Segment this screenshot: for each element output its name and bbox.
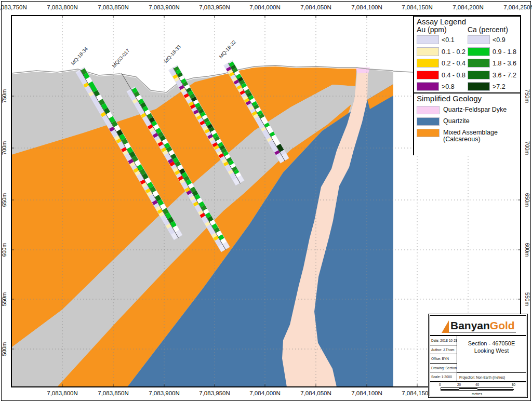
axis-label: 7,084,100N [351, 4, 382, 10]
geology-unit-name: Quartz-Feldspar Dyke [443, 106, 507, 113]
info-row: Date: 2018-10-28 [430, 336, 457, 345]
scale-bar-unit: metres [430, 392, 524, 396]
axis-label: 7,083,950N [199, 4, 230, 10]
info-row: Office: BYN [430, 354, 457, 364]
geology-legend-item: Quartz-Feldspar Dyke [417, 106, 518, 116]
axis-label: 650m [1, 193, 7, 207]
axis-label: 7,083,900N [149, 390, 179, 396]
geology-unit-label: Quartzite [443, 118, 470, 125]
section-title-line1: Section - 467050E [457, 340, 526, 347]
assay-row-au: <0.1 [417, 35, 466, 45]
assay-row-ca: >7.2 [468, 82, 520, 91]
geology-legend-item: Mixed Assemblage(Calcareous) [417, 129, 518, 139]
axis-label: 7,083,900N [149, 4, 179, 10]
assay-range-label: 0.4 - 0.8 [442, 72, 466, 79]
drill-hole-label: MQ03-017 [111, 48, 130, 69]
assay-row-ca: 0.9 - 1.8 [468, 47, 520, 57]
axis-label: 7,083,850N [98, 390, 128, 396]
assay-range-label: 1.8 - 3.6 [493, 60, 516, 67]
axis-label: 550m [524, 292, 530, 306]
scale-bar-number: 80 [512, 383, 515, 386]
axis-label: 750m [524, 89, 530, 103]
axis-label: 7,084,250N [503, 4, 532, 10]
assay-range-label: <0.9 [493, 36, 506, 44]
axis-label: 600m [1, 243, 7, 257]
info-row: Author: J.Thom [430, 345, 457, 355]
info-row: Scale: 1:2000 [430, 372, 457, 382]
assay-range-label: 0.2 - 0.4 [442, 60, 466, 67]
assay-swatch [417, 82, 439, 91]
title-block: BanyanGold Date: 2018-10-28Author: J.Tho… [428, 314, 528, 398]
assay-swatch [417, 47, 439, 56]
geology-unit-label: Mixed Assemblage(Calcareous) [443, 129, 498, 143]
assay-range-label: 0.1 - 0.2 [442, 48, 466, 56]
scale-bar-segment [477, 389, 514, 390]
axis-label: 7,083,800N [47, 390, 77, 396]
assay-range-label: >7.2 [493, 83, 506, 90]
scale-bar-track [441, 387, 513, 391]
assay-row-au: >0.8 [417, 82, 466, 91]
section-title: Section - 467050E Looking West [457, 340, 526, 354]
info-row: Drawing: Section [430, 364, 457, 373]
axis-label: 700m [1, 141, 7, 155]
assay-row-ca: 3.6 - 7.2 [468, 71, 520, 80]
geology-unit-name: Quartzite [443, 118, 470, 125]
banyan-gold-logo-icon [442, 320, 449, 333]
scale-bar-number: 0 [439, 383, 441, 386]
axis-label: 7,083,800N [47, 4, 77, 10]
axis-label: 7,084,050N [300, 390, 331, 396]
au-column-header: Au (ppm) [417, 25, 447, 34]
axis-label: 600m [524, 243, 530, 257]
geology-legend-title: Simplified Geology [417, 94, 482, 103]
title-block-inner-border: BanyanGold Date: 2018-10-28Author: J.Tho… [430, 315, 526, 396]
legend-box: Assay Legend Au (ppm) Ca (percent) <0.10… [413, 16, 521, 154]
drill-hole-label: MQ-18-33 [163, 44, 182, 64]
assay-swatch [417, 35, 439, 44]
axis-label: 7,084,200N [453, 4, 483, 10]
assay-row-au: 0.1 - 0.2 [417, 47, 466, 57]
assay-range-label: 0.9 - 1.8 [493, 48, 516, 56]
geology-swatch [417, 106, 440, 114]
assay-legend-title: Assay Legend [417, 17, 466, 26]
scale-bar-segment [441, 389, 459, 390]
axis-label: 550m [1, 292, 7, 306]
assay-swatch [468, 59, 490, 68]
axis-label: 7,083,850N [98, 4, 128, 10]
assay-range-label: 3.6 - 7.2 [493, 72, 516, 79]
assay-swatch [417, 71, 439, 79]
assay-swatch [468, 71, 490, 79]
assay-range-label: >0.8 [442, 83, 455, 90]
assay-row-au: 0.4 - 0.8 [417, 71, 466, 80]
axis-label: 7,084,000N [249, 4, 280, 10]
axis-label: 7,084,150N [402, 4, 432, 10]
axis-label: 650m [524, 193, 530, 207]
axis-label: 700m [524, 141, 530, 155]
assay-row-au: 0.2 - 0.4 [417, 59, 466, 68]
scale-bar-segment [459, 389, 477, 390]
banyan-gold-logo: BanyanGold [449, 319, 516, 333]
geology-unit-name-line2: (Calcareous) [443, 136, 498, 143]
assay-swatch [417, 59, 439, 68]
geology-swatch [417, 129, 440, 137]
axis-label: 7,083,950N [199, 390, 230, 396]
axis-label: 7,083,750N [0, 4, 27, 10]
section-title-line2: Looking West [457, 347, 526, 354]
geology-swatch [417, 117, 440, 126]
divider-line [430, 382, 526, 382]
info-column: Date: 2018-10-28Author: J.ThomOffice: BY… [430, 336, 457, 382]
projection-cell: Projection: Non-Earth (metres) [457, 372, 526, 382]
drill-hole-label: MQ-18-34 [70, 46, 89, 66]
assay-row-ca: 1.8 - 3.6 [468, 59, 520, 68]
axis-label: 750m [1, 89, 7, 103]
axis-label: 7,084,100N [351, 390, 382, 396]
assay-swatch [468, 35, 490, 44]
geology-legend-item: Quartzite [417, 117, 518, 128]
section-drawing-page: { "drawing": { "title_line1": "Section -… [0, 0, 532, 402]
geology-legend-box: Simplified Geology Quartz-Feldspar DykeQ… [413, 92, 521, 155]
axis-label: 500m [1, 342, 7, 356]
ca-column-header: Ca (percent) [468, 25, 508, 34]
axis-label: 7,084,000N [249, 390, 280, 396]
axis-label: 7,084,050N [300, 4, 331, 10]
assay-swatch [468, 82, 490, 91]
scale-bar-number: 40 [475, 383, 479, 386]
